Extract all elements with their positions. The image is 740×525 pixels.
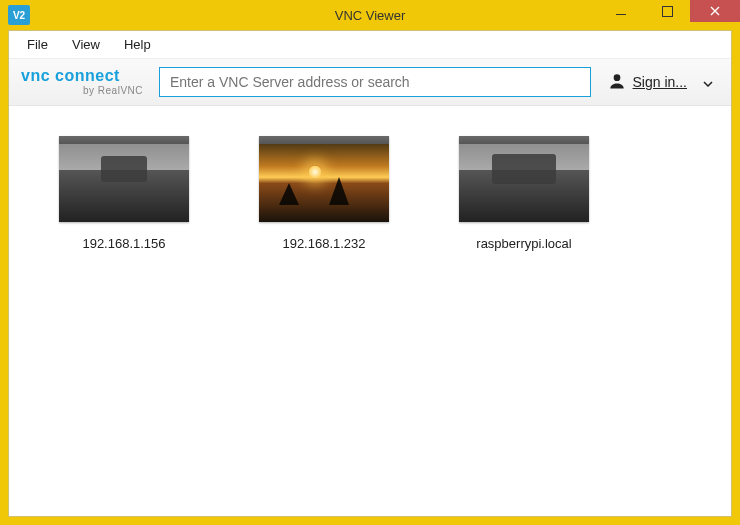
window-title: VNC Viewer xyxy=(335,8,406,23)
connection-label: 192.168.1.232 xyxy=(282,236,365,251)
window-controls xyxy=(598,0,740,30)
titlebar[interactable]: V2 VNC Viewer xyxy=(0,0,740,30)
menu-view[interactable]: View xyxy=(62,35,110,54)
close-icon xyxy=(710,6,720,16)
signin-label: Sign in... xyxy=(633,74,687,90)
connections-grid: 192.168.1.156 192.168.1.232 raspberrypi.… xyxy=(9,106,731,516)
menu-file[interactable]: File xyxy=(17,35,58,54)
minimize-button[interactable] xyxy=(598,0,644,22)
signin-button[interactable]: Sign in... xyxy=(601,71,719,94)
user-icon xyxy=(607,71,627,94)
logo-sub: by RealVNC xyxy=(21,86,143,96)
menubar: File View Help xyxy=(9,31,731,59)
svg-point-0 xyxy=(613,74,620,81)
close-button[interactable] xyxy=(690,0,740,22)
app-icon: V2 xyxy=(8,5,30,25)
connection-item[interactable]: 192.168.1.232 xyxy=(249,136,399,251)
connection-thumbnail xyxy=(59,136,189,222)
client-area: File View Help vnc connect by RealVNC Si… xyxy=(8,30,732,517)
chevron-down-icon xyxy=(703,74,713,90)
connection-item[interactable]: 192.168.1.156 xyxy=(49,136,199,251)
menu-help[interactable]: Help xyxy=(114,35,161,54)
address-input[interactable] xyxy=(159,67,591,97)
maximize-button[interactable] xyxy=(644,0,690,22)
connection-thumbnail xyxy=(459,136,589,222)
toolbar: vnc connect by RealVNC Sign in... xyxy=(9,59,731,106)
brand-logo: vnc connect by RealVNC xyxy=(21,68,149,96)
connection-label: 192.168.1.156 xyxy=(82,236,165,251)
app-window: V2 VNC Viewer File View Help vnc connect… xyxy=(0,0,740,525)
connection-label: raspberrypi.local xyxy=(476,236,571,251)
connection-item[interactable]: raspberrypi.local xyxy=(449,136,599,251)
connection-thumbnail xyxy=(259,136,389,222)
logo-main: vnc connect xyxy=(21,68,143,84)
